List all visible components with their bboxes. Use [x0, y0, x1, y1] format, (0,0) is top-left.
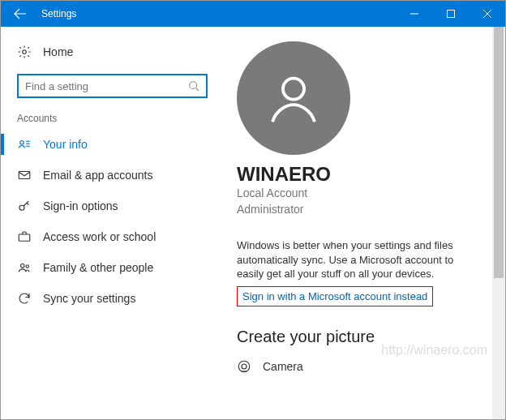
- sidebar-item-label: Your info: [43, 138, 88, 151]
- sidebar-item-label: Access work or school: [43, 230, 156, 243]
- sync-icon: [17, 291, 32, 306]
- sidebar-item-label: Family & other people: [43, 261, 153, 274]
- svg-point-17: [238, 361, 250, 372]
- avatar: [237, 41, 350, 155]
- window-title: Settings: [40, 8, 76, 19]
- gear-icon: [17, 45, 32, 59]
- search-input[interactable]: [25, 80, 188, 92]
- camera-label: Camera: [263, 360, 303, 373]
- svg-rect-1: [447, 11, 454, 18]
- sidebar-item-your-info[interactable]: Your info: [1, 129, 224, 160]
- scroll-thumb[interactable]: [494, 27, 504, 278]
- key-icon: [17, 199, 32, 213]
- minimize-button[interactable]: [396, 1, 432, 27]
- home-link[interactable]: Home: [1, 40, 224, 64]
- sidebar-item-family[interactable]: Family & other people: [1, 252, 224, 283]
- svg-point-16: [283, 79, 304, 100]
- camera-icon: [237, 359, 251, 374]
- content-pane: WINAERO Local Account Administrator Wind…: [224, 27, 505, 419]
- sidebar-item-signin-options[interactable]: Sign-in options: [1, 191, 224, 221]
- search-icon: [188, 80, 199, 92]
- sync-description: Windows is better when your settings and…: [237, 238, 472, 281]
- username: WINAERO: [237, 163, 481, 186]
- signin-microsoft-link[interactable]: Sign in with a Microsoft account instead: [237, 286, 433, 306]
- svg-point-12: [19, 205, 24, 210]
- vertical-scrollbar[interactable]: [492, 27, 505, 419]
- sidebar: Home Accounts Your info Email & app acco…: [1, 27, 224, 419]
- back-button[interactable]: [1, 1, 40, 27]
- sidebar-item-access-work[interactable]: Access work or school: [1, 221, 224, 252]
- close-icon: [483, 10, 491, 18]
- home-label: Home: [43, 45, 73, 58]
- sidebar-item-label: Email & app accounts: [43, 169, 152, 182]
- maximize-icon: [447, 10, 455, 18]
- sidebar-item-label: Sync your settings: [43, 292, 135, 305]
- mail-icon: [17, 168, 32, 182]
- svg-point-4: [23, 50, 27, 54]
- briefcase-icon: [17, 229, 32, 244]
- svg-point-5: [190, 82, 197, 89]
- sidebar-item-email-accounts[interactable]: Email & app accounts: [1, 160, 224, 191]
- user-icon: [262, 66, 325, 130]
- account-role: Administrator: [237, 202, 481, 218]
- svg-line-6: [196, 88, 199, 92]
- svg-point-7: [20, 141, 24, 145]
- person-card-icon: [17, 137, 32, 152]
- close-button[interactable]: [469, 1, 505, 27]
- svg-point-18: [242, 364, 247, 369]
- sidebar-item-sync[interactable]: Sync your settings: [1, 283, 224, 314]
- picture-heading: Create your picture: [237, 328, 481, 346]
- titlebar: Settings: [1, 1, 505, 27]
- account-type: Local Account: [237, 186, 481, 202]
- svg-point-14: [21, 264, 25, 268]
- maximize-button[interactable]: [432, 1, 469, 27]
- minimize-icon: [410, 10, 418, 18]
- section-header: Accounts: [1, 108, 224, 129]
- people-icon: [17, 260, 32, 275]
- search-box[interactable]: [17, 74, 208, 98]
- svg-point-15: [26, 265, 28, 268]
- camera-button[interactable]: Camera: [237, 359, 481, 374]
- svg-rect-11: [19, 172, 30, 179]
- svg-rect-13: [19, 234, 30, 241]
- sidebar-item-label: Sign-in options: [43, 199, 118, 212]
- arrow-left-icon: [14, 7, 27, 20]
